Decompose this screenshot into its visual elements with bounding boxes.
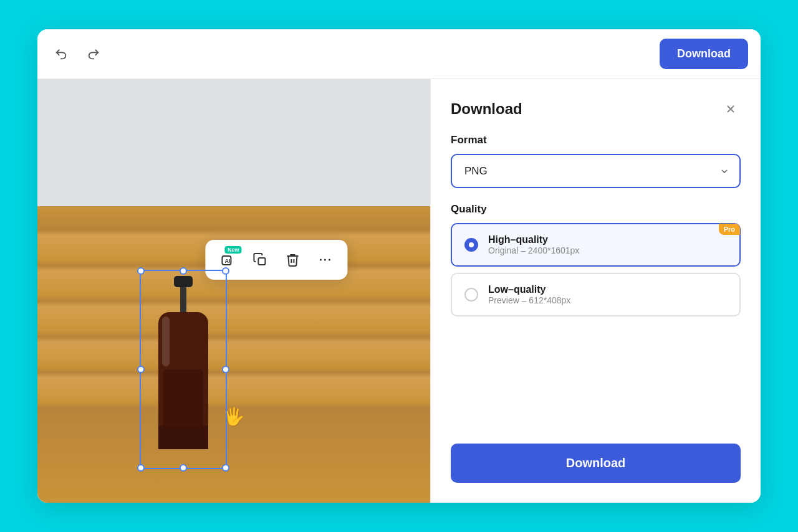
format-select[interactable]: PNG JPG WEBP SVG xyxy=(451,154,741,188)
undo-icon xyxy=(54,47,68,61)
redo-button[interactable] xyxy=(82,43,105,65)
resize-handle-ml[interactable] xyxy=(137,366,145,373)
header-download-button[interactable]: Download xyxy=(660,39,748,69)
radio-low xyxy=(464,288,478,302)
quality-section: Quality High–quality Original – 2400*160… xyxy=(451,203,741,323)
main-area: AI New xyxy=(37,79,761,503)
format-label: Format xyxy=(451,134,741,146)
app-window: Download AI New xyxy=(37,29,761,503)
svg-point-4 xyxy=(324,259,326,261)
more-icon xyxy=(317,252,332,267)
selection-box xyxy=(140,270,227,469)
quality-name-high: High–quality xyxy=(488,234,579,245)
quality-info-high: High–quality Original – 2400*1601px xyxy=(488,234,579,255)
canvas-area[interactable]: AI New xyxy=(37,79,430,503)
quality-label: Quality xyxy=(451,203,741,216)
toolbar: Download xyxy=(37,29,761,79)
quality-info-low: Low–quality Preview – 612*408px xyxy=(488,284,570,305)
resize-handle-bm[interactable] xyxy=(180,464,187,472)
svg-point-5 xyxy=(329,259,330,261)
resize-handle-bl[interactable] xyxy=(137,464,145,472)
resize-handle-br[interactable] xyxy=(222,464,229,472)
redo-icon xyxy=(87,47,100,61)
panel-download-button[interactable]: Download xyxy=(451,444,741,483)
new-badge: New xyxy=(225,246,242,254)
svg-rect-2 xyxy=(258,258,265,265)
panel-header: Download xyxy=(451,99,741,119)
radio-high xyxy=(464,238,478,252)
download-panel: Download Format PNG JPG WEBP SVG xyxy=(430,79,761,503)
pro-badge: Pro xyxy=(719,224,740,235)
resize-handle-tm[interactable] xyxy=(180,267,187,275)
quality-desc-low: Preview – 612*408px xyxy=(488,295,570,305)
quality-name-low: Low–quality xyxy=(488,284,570,295)
canvas-background-top xyxy=(37,79,430,206)
toolbar-left xyxy=(50,43,105,65)
resize-handle-tr[interactable] xyxy=(222,267,229,275)
format-section: Format PNG JPG WEBP SVG xyxy=(451,134,741,188)
close-icon xyxy=(724,103,737,115)
quality-desc-high: Original – 2400*1601px xyxy=(488,245,579,255)
quality-option-low[interactable]: Low–quality Preview – 612*408px xyxy=(451,273,741,316)
svg-text:AI: AI xyxy=(224,258,230,264)
panel-close-button[interactable] xyxy=(721,99,741,119)
resize-handle-tl[interactable] xyxy=(137,267,145,275)
selected-object[interactable] xyxy=(140,270,227,469)
quality-option-high[interactable]: High–quality Original – 2400*1601px Pro xyxy=(451,223,741,267)
more-tool-button[interactable] xyxy=(310,245,340,275)
resize-handle-mr[interactable] xyxy=(222,366,229,373)
copy-icon xyxy=(252,252,267,267)
copy-tool-button[interactable] xyxy=(245,245,275,275)
undo-button[interactable] xyxy=(50,43,72,65)
panel-title: Download xyxy=(451,100,522,118)
delete-tool-button[interactable] xyxy=(277,245,307,275)
trash-icon xyxy=(285,252,300,267)
svg-point-3 xyxy=(320,259,322,261)
ai-icon: AI xyxy=(220,252,235,267)
